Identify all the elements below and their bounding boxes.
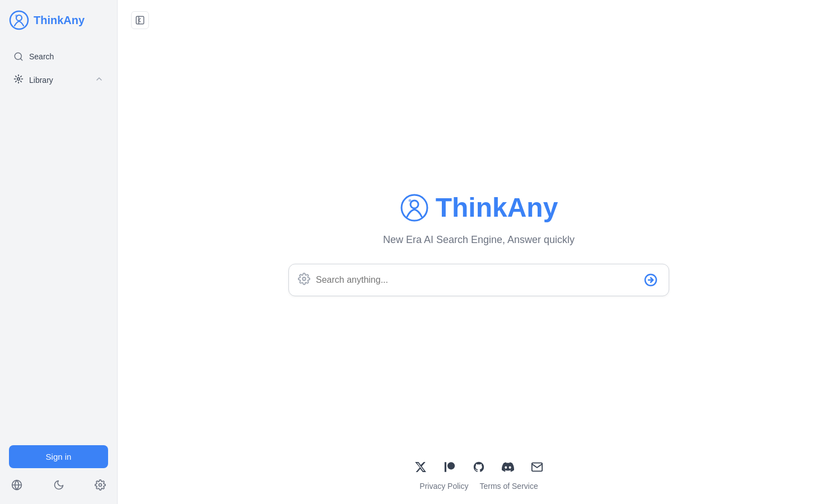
search-box bbox=[288, 264, 669, 296]
footer-social-links bbox=[413, 459, 545, 475]
github-icon[interactable] bbox=[471, 459, 487, 475]
brand-section: ThinkAny bbox=[400, 192, 558, 223]
svg-point-8 bbox=[99, 484, 102, 487]
mail-icon[interactable] bbox=[529, 459, 545, 475]
sidebar: ThinkAny Search Library bbox=[0, 0, 118, 504]
brand-tagline: New Era AI Search Engine, Answer quickly bbox=[383, 234, 575, 246]
language-icon[interactable] bbox=[9, 477, 25, 493]
patreon-icon[interactable] bbox=[442, 459, 458, 475]
search-submit-button[interactable] bbox=[642, 271, 660, 289]
search-settings-icon[interactable] bbox=[298, 273, 310, 287]
logo-text: ThinkAny bbox=[34, 14, 85, 27]
privacy-policy-link[interactable]: Privacy Policy bbox=[419, 482, 468, 491]
discord-icon[interactable] bbox=[500, 459, 516, 475]
logo-link[interactable]: ThinkAny bbox=[0, 0, 117, 40]
sidebar-footer-icons bbox=[9, 475, 108, 495]
sidebar-library-label: Library bbox=[29, 76, 53, 85]
library-icon bbox=[13, 74, 24, 86]
brand-logo-icon bbox=[400, 193, 429, 222]
twitter-icon[interactable] bbox=[413, 459, 428, 475]
main-header bbox=[118, 0, 840, 40]
arrow-right-icon bbox=[644, 273, 657, 287]
sidebar-search-label: Search bbox=[29, 52, 54, 61]
dark-mode-icon[interactable] bbox=[51, 477, 67, 493]
terms-of-service-link[interactable]: Terms of Service bbox=[479, 482, 538, 491]
svg-rect-9 bbox=[136, 16, 144, 24]
brand-name: ThinkAny bbox=[436, 192, 558, 223]
main-body: ThinkAny New Era AI Search Engine, Answe… bbox=[118, 40, 840, 504]
sign-in-button[interactable]: Sign in bbox=[9, 445, 108, 468]
sidebar-bottom: Sign in bbox=[0, 436, 117, 504]
settings-icon[interactable] bbox=[92, 477, 108, 493]
footer-links: Privacy Policy Terms of Service bbox=[419, 482, 538, 491]
svg-line-4 bbox=[20, 58, 22, 60]
chevron-up-icon bbox=[95, 74, 104, 85]
svg-point-14 bbox=[302, 277, 306, 281]
svg-point-5 bbox=[17, 78, 20, 81]
sidebar-item-search[interactable]: Search bbox=[4, 46, 113, 67]
sidebar-navigation: Search Library bbox=[0, 40, 117, 436]
search-icon bbox=[13, 52, 24, 62]
sidebar-item-library[interactable]: Library bbox=[4, 68, 113, 91]
svg-point-2 bbox=[15, 15, 17, 17]
svg-point-12 bbox=[410, 200, 418, 208]
collapse-sidebar-button[interactable] bbox=[131, 11, 149, 29]
search-input[interactable] bbox=[316, 275, 642, 285]
collapse-icon bbox=[135, 15, 145, 25]
main-footer: Privacy Policy Terms of Service bbox=[118, 446, 840, 504]
logo-icon bbox=[9, 10, 29, 30]
svg-point-13 bbox=[408, 199, 411, 202]
main-content: ThinkAny New Era AI Search Engine, Answe… bbox=[118, 0, 840, 504]
